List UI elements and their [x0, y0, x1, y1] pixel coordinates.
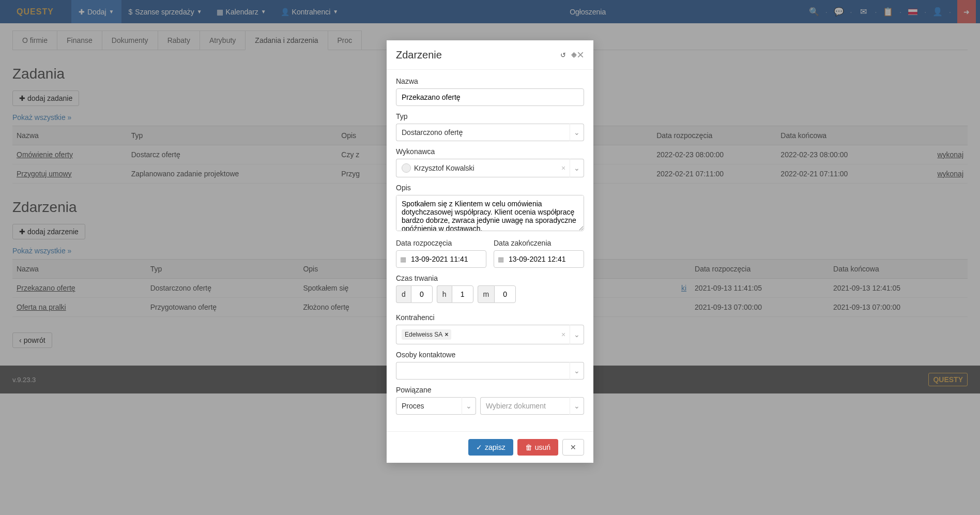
contractors-label: Kontrahenci	[396, 313, 584, 322]
executor-value: Krzysztof Kowalski	[396, 159, 557, 177]
calendar-icon: ▦	[400, 255, 406, 263]
end-label: Data zakończenia	[494, 239, 584, 247]
name-input[interactable]	[396, 88, 584, 106]
type-select-value: Dostarczono ofertę	[396, 124, 570, 141]
calendar-icon: ▦	[498, 255, 504, 263]
duration-h-input[interactable]	[452, 285, 473, 303]
desc-textarea[interactable]: Spotkałem się z Klientem w celu omówieni…	[396, 195, 584, 231]
type-label: Typ	[396, 112, 584, 120]
contacts-select[interactable]: ⌄	[396, 362, 584, 380]
start-label: Data rozpoczęcia	[396, 239, 486, 247]
chevron-down-icon[interactable]: ⌄	[570, 362, 584, 380]
executor-select[interactable]: Krzysztof Kowalski × ⌄	[396, 159, 584, 177]
chevron-down-icon[interactable]: ⌄	[570, 325, 584, 344]
chevron-down-icon[interactable]: ⌄	[570, 124, 584, 141]
duration-label: Czas trwania	[396, 274, 584, 282]
executor-label: Wykonawca	[396, 147, 584, 156]
duration-m-label: m	[478, 285, 495, 303]
modal-title: Zdarzenie	[396, 49, 555, 61]
duration-m-input[interactable]	[494, 285, 516, 303]
modal-header: Zdarzenie ↺ ❉ ×	[387, 40, 593, 70]
type-select[interactable]: Dostarczono ofertę ⌄	[396, 124, 584, 141]
start-date-input[interactable]	[396, 250, 486, 268]
end-date-input[interactable]	[494, 250, 584, 268]
duration-d-label: d	[396, 285, 411, 303]
avatar-icon	[402, 163, 411, 173]
contractor-tag: Edelweiss SA ×	[402, 329, 451, 340]
tag-label: Edelweiss SA	[405, 331, 442, 338]
clone-icon[interactable]: ❉	[571, 51, 577, 59]
related-label: Powiązane	[396, 386, 584, 393]
clear-icon[interactable]: ×	[557, 325, 570, 344]
contractors-select[interactable]: Edelweiss SA × × ⌄	[396, 325, 584, 344]
contacts-label: Osoby kontaktowe	[396, 351, 584, 359]
clear-icon[interactable]: ×	[557, 159, 570, 177]
tag-remove-icon[interactable]: ×	[445, 331, 448, 338]
close-button[interactable]: ×	[577, 48, 584, 62]
name-label: Nazwa	[396, 77, 584, 85]
desc-label: Opis	[396, 184, 584, 192]
event-modal: Zdarzenie ↺ ❉ × Nazwa Typ Dostarczono of…	[387, 40, 593, 393]
duration-d-input[interactable]	[411, 285, 433, 303]
history-icon[interactable]: ↺	[560, 51, 566, 59]
chevron-down-icon[interactable]: ⌄	[570, 159, 584, 177]
duration-h-label: h	[437, 285, 452, 303]
modal-body: Nazwa Typ Dostarczono ofertę ⌄ Wykonawca…	[387, 70, 593, 393]
